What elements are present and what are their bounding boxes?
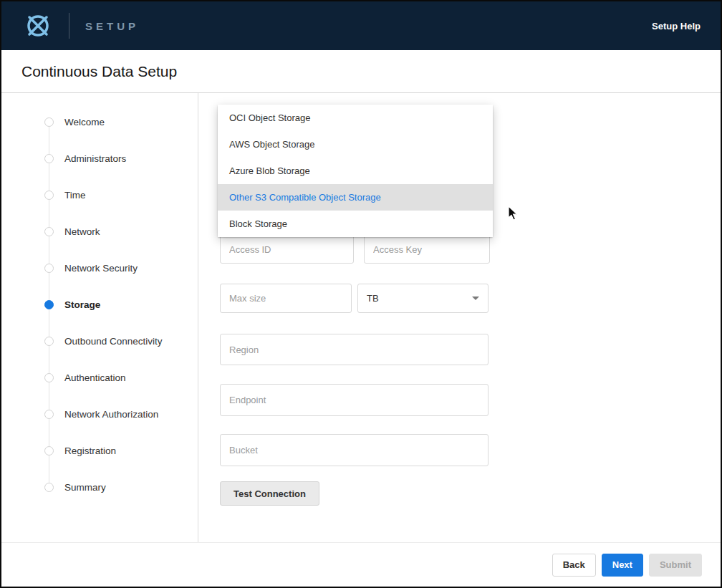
step-label: Administrators: [64, 153, 126, 164]
option-aws-object-storage[interactable]: AWS Object Storage: [218, 131, 493, 158]
storage-type-dropdown-menu: OCI Object Storage AWS Object Storage Az…: [218, 105, 493, 237]
max-size-input[interactable]: [220, 284, 352, 313]
setup-brand-label: SETUP: [85, 20, 139, 32]
step-circle-icon: [44, 264, 54, 273]
step-circle-icon: [44, 117, 54, 127]
step-time[interactable]: Time: [1, 177, 198, 213]
step-label: Authentication: [64, 372, 126, 383]
size-unit-select[interactable]: TB: [357, 284, 488, 313]
step-circle-icon: [44, 337, 54, 346]
step-circle-active-icon: [44, 300, 54, 309]
option-other-s3-compatible-object-storage[interactable]: Other S3 Compatible Object Storage: [218, 184, 493, 211]
option-oci-object-storage[interactable]: OCI Object Storage: [218, 105, 493, 131]
page-title: Continuous Data Setup: [21, 63, 177, 80]
region-input[interactable]: [220, 334, 488, 365]
setup-help-link[interactable]: Setup Help: [652, 21, 701, 32]
wizard-footer: Back Next Submit: [1, 542, 721, 587]
step-registration[interactable]: Registration: [1, 433, 198, 469]
step-circle-icon: [44, 373, 54, 382]
back-button[interactable]: Back: [552, 554, 596, 577]
topbar-divider: [69, 13, 69, 39]
step-summary[interactable]: Summary: [1, 469, 198, 506]
access-key-input[interactable]: [364, 235, 490, 264]
step-circle-icon: [44, 446, 54, 456]
step-label: Registration: [64, 445, 116, 456]
option-block-storage[interactable]: Block Storage: [218, 211, 493, 237]
step-label: Network Authorization: [64, 409, 158, 420]
endpoint-input[interactable]: [220, 384, 488, 416]
option-azure-blob-storage[interactable]: Azure Blob Storage: [218, 158, 493, 184]
step-circle-icon: [44, 483, 54, 492]
step-authentication[interactable]: Authentication: [1, 360, 198, 396]
step-administrators[interactable]: Administrators: [1, 140, 198, 177]
step-network-security[interactable]: Network Security: [1, 250, 198, 286]
storage-form-panel: TB Test Connection OCI Object Storage: [198, 93, 721, 542]
step-label: Network: [64, 226, 100, 237]
wizard-stepper: Welcome Administrators Time Network Netw…: [1, 93, 198, 542]
test-connection-button[interactable]: Test Connection: [220, 481, 319, 506]
step-network[interactable]: Network: [1, 213, 198, 250]
title-bar: Continuous Data Setup: [1, 50, 721, 93]
step-label: Network Security: [64, 263, 138, 274]
step-circle-icon: [44, 191, 54, 200]
step-storage[interactable]: Storage: [1, 286, 198, 323]
step-circle-icon: [44, 227, 54, 236]
step-label: Summary: [64, 482, 106, 493]
top-bar: SETUP Setup Help: [1, 1, 721, 50]
step-label: Outbound Connectivity: [64, 336, 163, 347]
submit-button: Submit: [649, 554, 702, 577]
step-outbound-connectivity[interactable]: Outbound Connectivity: [1, 323, 198, 360]
step-label: Welcome: [64, 117, 105, 127]
step-label: Time: [64, 190, 86, 201]
app-window: SETUP Setup Help Continuous Data Setup W…: [0, 0, 722, 588]
access-id-input[interactable]: [220, 235, 354, 264]
step-network-authorization[interactable]: Network Authorization: [1, 396, 198, 433]
bucket-input[interactable]: [220, 434, 488, 466]
chevron-down-icon: [472, 297, 479, 300]
step-welcome[interactable]: Welcome: [1, 104, 198, 140]
delphix-logo-icon: [21, 14, 54, 38]
size-unit-value: TB: [367, 293, 379, 304]
step-circle-icon: [44, 154, 54, 163]
next-button[interactable]: Next: [602, 554, 643, 577]
step-circle-icon: [44, 410, 54, 419]
step-label: Storage: [64, 299, 100, 310]
